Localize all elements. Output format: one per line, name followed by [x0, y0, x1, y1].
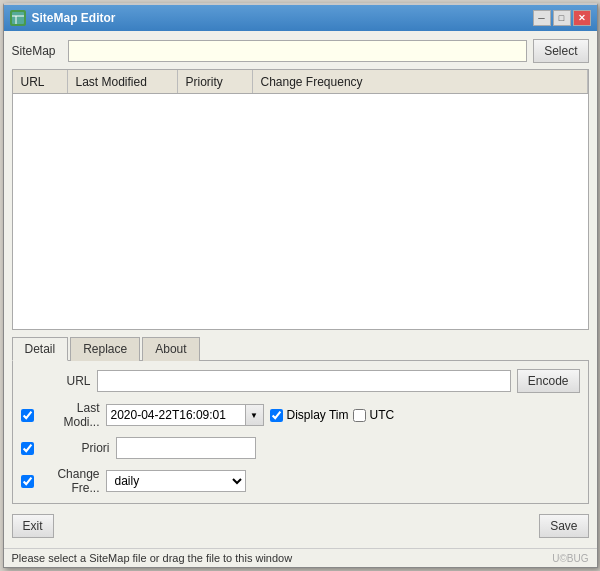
app-icon: [10, 10, 26, 26]
col-header-lastmod: Last Modified: [68, 70, 178, 93]
status-bar: Please select a SiteMap file or drag the…: [4, 548, 597, 567]
sitemap-row: SiteMap Select: [12, 39, 589, 63]
changefreq-label: ChangeFre...: [40, 467, 100, 495]
lastmod-input[interactable]: [106, 404, 246, 426]
url-form-row: URL Encode: [21, 369, 580, 393]
col-header-changefreq: Change Frequency: [253, 70, 588, 93]
display-time-row: Display Tim UTC: [270, 408, 395, 422]
title-bar-left: SiteMap Editor: [10, 10, 116, 26]
lastmod-form-row: LastModi... ▼ Display Tim UTC: [21, 401, 580, 429]
lastmod-dropdown-btn[interactable]: ▼: [246, 404, 264, 426]
window-body: SiteMap Select URL Last Modified Priorit…: [4, 31, 597, 548]
priority-label: Priori: [40, 441, 110, 455]
svg-rect-0: [12, 12, 24, 24]
changefreq-select[interactable]: always hourly daily weekly monthly yearl…: [106, 470, 246, 492]
col-header-priority: Priority: [178, 70, 253, 93]
sitemap-label: SiteMap: [12, 44, 62, 58]
utc-checkbox[interactable]: [353, 409, 366, 422]
sitemap-input[interactable]: [68, 40, 528, 62]
title-bar: SiteMap Editor ─ □ ✕: [4, 5, 597, 31]
utc-label: UTC: [370, 408, 395, 422]
tab-bar: Detail Replace About: [12, 336, 589, 361]
lastmod-checkbox[interactable]: [21, 409, 34, 422]
changefreq-checkbox[interactable]: [21, 475, 34, 488]
url-field-label: URL: [21, 374, 91, 388]
display-time-checkbox[interactable]: [270, 409, 283, 422]
priority-form-row: Priori: [21, 437, 580, 459]
save-button[interactable]: Save: [539, 514, 588, 538]
table-header: URL Last Modified Priority Change Freque…: [13, 70, 588, 94]
changefreq-form-row: ChangeFre... always hourly daily weekly …: [21, 467, 580, 495]
tab-detail[interactable]: Detail: [12, 337, 69, 361]
maximize-button[interactable]: □: [553, 10, 571, 26]
display-time-label: Display Tim: [287, 408, 349, 422]
tabs-section: Detail Replace About URL Encode LastModi…: [12, 336, 589, 504]
col-header-url: URL: [13, 70, 68, 93]
main-window: SiteMap Editor ─ □ ✕ SiteMap Select URL …: [3, 3, 598, 568]
window-title: SiteMap Editor: [32, 11, 116, 25]
priority-checkbox[interactable]: [21, 442, 34, 455]
tab-content-detail: URL Encode LastModi... ▼: [12, 361, 589, 504]
watermark: U©BUG: [552, 553, 588, 564]
status-message: Please select a SiteMap file or drag the…: [12, 552, 293, 564]
url-table: URL Last Modified Priority Change Freque…: [12, 69, 589, 330]
lastmod-label: LastModi...: [40, 401, 100, 429]
tab-replace[interactable]: Replace: [70, 337, 140, 361]
title-controls: ─ □ ✕: [533, 10, 591, 26]
priority-input[interactable]: [116, 437, 256, 459]
exit-button[interactable]: Exit: [12, 514, 54, 538]
select-button[interactable]: Select: [533, 39, 588, 63]
url-field[interactable]: [97, 370, 511, 392]
tab-about[interactable]: About: [142, 337, 199, 361]
close-button[interactable]: ✕: [573, 10, 591, 26]
table-body: [13, 94, 588, 329]
minimize-button[interactable]: ─: [533, 10, 551, 26]
footer-row: Exit Save: [12, 510, 589, 540]
encode-button[interactable]: Encode: [517, 369, 580, 393]
